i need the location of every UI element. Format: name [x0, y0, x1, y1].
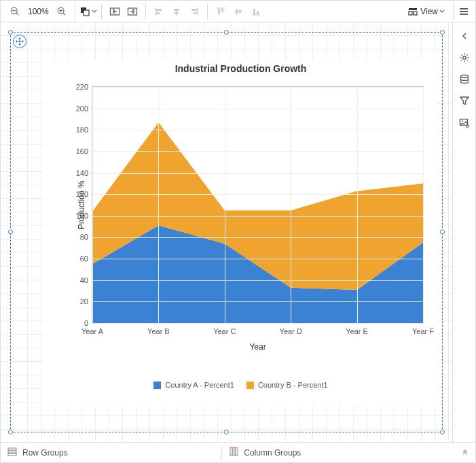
- chart-ytick: 140: [76, 169, 92, 177]
- design-canvas[interactable]: Industrial Production Growth Production …: [1, 22, 452, 442]
- svg-rect-24: [191, 9, 197, 11]
- chart-ylabel: Production %: [77, 181, 86, 229]
- svg-rect-18: [156, 9, 162, 11]
- groups-footer: Row Groups Column Groups: [1, 442, 475, 462]
- row-groups-label: Row Groups: [22, 448, 68, 458]
- align-left-button: [150, 3, 168, 20]
- parameters-panel-button[interactable]: [456, 92, 473, 110]
- chart-ytick: 60: [80, 255, 92, 263]
- chart-title: Industrial Production Growth: [44, 59, 437, 78]
- chart-ytick: 160: [76, 147, 92, 155]
- toolbar-divider: [75, 3, 75, 20]
- chart-xlabel: Year: [92, 342, 423, 352]
- image-panel-button[interactable]: [456, 114, 473, 132]
- collapse-rail-button[interactable]: [456, 27, 473, 45]
- database-icon: [459, 74, 470, 85]
- legend-label: Country A - Percent1: [165, 381, 234, 389]
- svg-rect-51: [230, 447, 232, 456]
- svg-rect-33: [253, 9, 255, 14]
- align-top-button: [212, 3, 230, 20]
- chart-plot-svg: [92, 87, 423, 323]
- svg-rect-25: [194, 12, 197, 14]
- align-bottom-button: [247, 3, 265, 20]
- row-groups-icon: [7, 447, 17, 458]
- menu-button[interactable]: [455, 3, 473, 20]
- filter-icon: [459, 96, 470, 107]
- toolbar: 100%: [1, 1, 475, 22]
- chart-ytick: 80: [80, 233, 92, 241]
- legend-item: Country A - Percent1: [153, 381, 234, 389]
- svg-rect-19: [156, 12, 160, 14]
- toolbar-divider: [453, 3, 454, 20]
- column-groups-label: Column Groups: [244, 448, 301, 458]
- svg-rect-21: [174, 9, 179, 11]
- gear-icon: [459, 52, 470, 63]
- svg-point-43: [462, 56, 465, 59]
- svg-rect-52: [233, 447, 235, 456]
- chart[interactable]: Industrial Production Growth Production …: [44, 59, 437, 405]
- chevron-down-icon: [439, 9, 445, 14]
- layer-order-button[interactable]: [79, 3, 97, 20]
- chart-legend: Country A - Percent1Country B - Percent1: [44, 381, 437, 389]
- svg-rect-31: [239, 10, 241, 13]
- chart-ytick: 20: [80, 297, 92, 305]
- legend-label: Country B - Percent1: [258, 381, 328, 389]
- svg-rect-22: [175, 12, 178, 14]
- view-label: View: [420, 7, 438, 16]
- chart-ytick: 200: [76, 105, 92, 113]
- chart-xtick: Year F: [412, 323, 434, 335]
- group-button[interactable]: [106, 3, 124, 20]
- properties-panel-button[interactable]: [456, 49, 473, 67]
- svg-rect-34: [257, 11, 259, 14]
- svg-rect-28: [221, 9, 223, 12]
- legend-swatch: [153, 382, 161, 389]
- align-right-button: [185, 3, 203, 20]
- view-dropdown[interactable]: View: [404, 3, 452, 20]
- chart-xtick: Year B: [147, 323, 170, 335]
- right-rail: [452, 22, 475, 442]
- report-designer: 100%: [0, 0, 476, 463]
- svg-rect-27: [218, 9, 220, 14]
- chart-ytick: 220: [76, 83, 92, 91]
- chart-xtick: Year C: [213, 323, 236, 335]
- svg-rect-53: [236, 447, 238, 456]
- view-icon: [408, 7, 418, 16]
- svg-point-44: [460, 75, 468, 78]
- svg-rect-36: [409, 12, 412, 15]
- data-panel-button[interactable]: [456, 71, 473, 88]
- svg-point-46: [462, 121, 463, 122]
- chart-ytick: 100: [76, 212, 92, 220]
- move-handle-icon[interactable]: [13, 35, 26, 48]
- chart-xtick: Year E: [346, 323, 368, 335]
- svg-rect-30: [236, 9, 238, 14]
- svg-rect-50: [8, 453, 16, 456]
- chart-plot-area: Production % Year 0204060801001201401601…: [92, 86, 424, 324]
- image-gear-icon: [459, 117, 470, 128]
- zoom-level[interactable]: 100%: [24, 7, 53, 16]
- toolbar-divider: [101, 3, 102, 20]
- align-center-button: [168, 3, 185, 20]
- footer-collapse-button[interactable]: [455, 443, 475, 463]
- selected-item[interactable]: Industrial Production Growth Production …: [10, 32, 443, 432]
- chart-ytick: 40: [80, 276, 92, 284]
- svg-rect-35: [409, 8, 417, 10]
- chart-ytick: 120: [76, 190, 92, 198]
- zoom-out-button[interactable]: [6, 3, 24, 20]
- svg-rect-37: [414, 12, 417, 15]
- toolbar-divider: [145, 3, 146, 20]
- svg-rect-49: [8, 451, 16, 453]
- svg-line-4: [63, 12, 65, 14]
- legend-swatch: [246, 382, 254, 389]
- ungroup-button[interactable]: [124, 3, 141, 20]
- chart-xtick: Year A: [81, 323, 103, 335]
- svg-rect-8: [84, 10, 89, 16]
- svg-line-1: [16, 12, 18, 14]
- column-groups-icon: [229, 447, 238, 458]
- zoom-in-button[interactable]: [53, 3, 71, 20]
- toolbar-divider: [207, 3, 208, 20]
- chart-xtick: Year D: [280, 323, 302, 335]
- align-middle-button: [230, 3, 247, 20]
- chart-ytick: 180: [76, 126, 92, 134]
- legend-item: Country B - Percent1: [246, 381, 328, 389]
- svg-rect-48: [8, 448, 16, 450]
